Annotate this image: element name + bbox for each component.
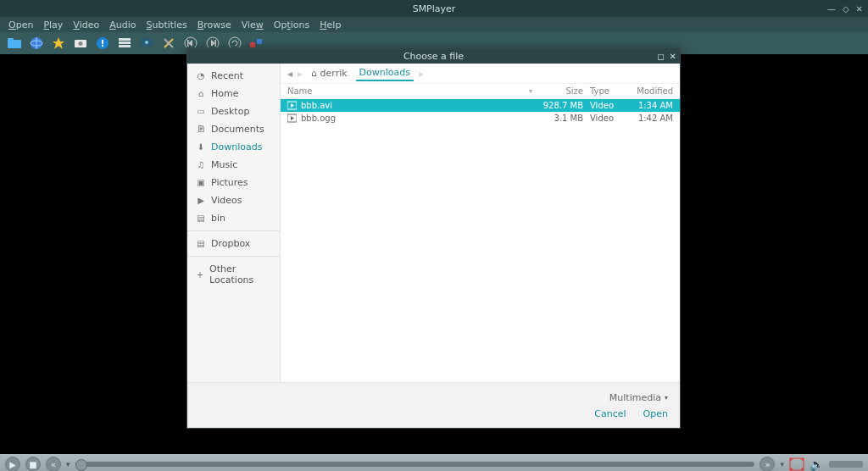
breadcrumb-more-icon[interactable]: ▸ <box>419 68 424 80</box>
svg-rect-12 <box>119 45 131 47</box>
home-icon: ⌂ <box>311 68 317 79</box>
svg-marker-5 <box>53 37 64 49</box>
menu-audio[interactable]: Audio <box>106 19 139 30</box>
window-minimize-icon[interactable]: — <box>827 4 836 14</box>
folder-icon: ♫ <box>196 160 206 170</box>
forward-chevron-icon[interactable]: ▾ <box>780 460 784 468</box>
menu-bar: OpenPlayVideoAudioSubtitlesBrowseViewOpt… <box>0 17 868 32</box>
open-file-icon[interactable] <box>7 36 22 51</box>
svg-rect-11 <box>119 42 131 44</box>
dialog-titlebar: Choose a file ◻ ✕ <box>187 48 680 64</box>
breadcrumb-current[interactable]: Downloads <box>356 65 414 81</box>
svg-rect-22 <box>215 40 217 47</box>
mute-icon[interactable]: 🔈 <box>810 457 824 471</box>
breadcrumb-forward-icon[interactable]: ▸ <box>298 68 303 80</box>
dialog-sidebar: ◔Recent⌂Home▭Desktop🖹Documents⬇Downloads… <box>187 64 281 382</box>
file-chooser-dialog: Choose a file ◻ ✕ ◔Recent⌂Home▭Desktop🖹D… <box>186 47 681 429</box>
breadcrumb-bar: ◂ ▸ ⌂ derrik Downloads ▸ <box>281 64 680 84</box>
dialog-close-icon[interactable]: ✕ <box>670 52 676 61</box>
folder-icon: ▭ <box>196 107 206 117</box>
breadcrumb-home[interactable]: ⌂ derrik <box>308 66 351 80</box>
window-title: SMPlayer <box>413 3 456 14</box>
menu-view[interactable]: View <box>238 19 267 30</box>
sidebar-item-downloads[interactable]: ⬇Downloads <box>187 138 280 156</box>
svg-text:!: ! <box>100 38 104 49</box>
favorites-star-icon[interactable] <box>51 36 66 51</box>
window-close-icon[interactable]: ✕ <box>856 4 863 14</box>
sidebar-item-music[interactable]: ♫Music <box>187 156 280 174</box>
sidebar-item-recent[interactable]: ◔Recent <box>187 67 280 85</box>
svg-point-7 <box>79 42 83 46</box>
sidebar-item-home[interactable]: ⌂Home <box>187 85 280 103</box>
svg-marker-30 <box>800 467 804 470</box>
svg-marker-18 <box>188 40 192 47</box>
folder-icon: ⬇ <box>196 142 206 152</box>
svg-marker-34 <box>291 116 294 120</box>
camera-icon[interactable] <box>73 36 88 51</box>
file-list-header: Name▾ Size Type Modified <box>281 84 680 99</box>
folder-icon: ▣ <box>196 178 206 188</box>
svg-rect-1 <box>8 38 14 42</box>
menu-open[interactable]: Open <box>5 19 36 30</box>
screen-icon[interactable] <box>139 36 154 51</box>
svg-point-14 <box>145 41 148 44</box>
sidebar-item-desktop[interactable]: ▭Desktop <box>187 103 280 120</box>
svg-marker-32 <box>291 103 294 108</box>
menu-browse[interactable]: Browse <box>194 19 235 30</box>
video-file-icon <box>287 114 297 123</box>
menu-subtitles[interactable]: Subtitles <box>142 19 190 30</box>
col-modified[interactable]: Modified <box>624 86 673 96</box>
window-maximize-icon[interactable]: ◇ <box>843 4 849 14</box>
file-row[interactable]: bbb.ogg3.1 MBVideo1:42 AM <box>281 112 680 125</box>
sidebar-item-bin[interactable]: ▤bin <box>187 209 280 227</box>
playback-bar: ▶ ■ « ▾ » ▾ 🔈 <box>0 454 868 471</box>
seek-slider[interactable] <box>75 462 755 467</box>
file-row[interactable]: bbb.avi928.7 MBVideo1:34 AM <box>281 99 680 112</box>
tools-icon[interactable] <box>161 36 176 51</box>
dialog-title-text: Choose a file <box>403 51 464 62</box>
svg-marker-21 <box>211 40 215 47</box>
sidebar-item-dropbox[interactable]: ▤Dropbox <box>187 235 280 252</box>
menu-play[interactable]: Play <box>40 19 66 30</box>
folder-icon: ⌂ <box>196 89 206 99</box>
breadcrumb-back-icon[interactable]: ◂ <box>287 68 292 80</box>
rewind-button[interactable]: « <box>46 457 61 471</box>
dialog-footer: Multimedia ▾ Cancel Open <box>187 382 680 428</box>
folder-icon: ◔ <box>196 71 206 81</box>
file-type-filter[interactable]: Multimedia ▾ <box>609 392 668 403</box>
sidebar-item-other-locations[interactable]: +Other Locations <box>187 260 280 289</box>
open-button[interactable]: Open <box>643 408 668 419</box>
fullscreen-icon[interactable] <box>789 457 804 471</box>
play-button[interactable]: ▶ <box>5 457 20 471</box>
rewind-chevron-icon[interactable]: ▾ <box>66 460 70 468</box>
globe-icon[interactable] <box>29 36 44 51</box>
svg-marker-27 <box>790 458 793 462</box>
col-size[interactable]: Size <box>532 86 583 96</box>
info-icon[interactable]: ! <box>95 36 110 51</box>
col-name[interactable]: Name▾ <box>287 86 532 96</box>
menu-options[interactable]: Options <box>270 19 313 30</box>
menu-help[interactable]: Help <box>316 19 344 30</box>
folder-icon: 🖹 <box>196 125 206 135</box>
col-type[interactable]: Type <box>583 86 624 96</box>
forward-button[interactable]: » <box>760 457 775 471</box>
svg-rect-26 <box>790 458 804 470</box>
stack-icon[interactable] <box>117 36 132 51</box>
svg-rect-25 <box>257 39 262 44</box>
volume-slider[interactable] <box>829 461 863 468</box>
menu-video[interactable]: Video <box>70 19 103 30</box>
sidebar-item-videos[interactable]: ▶Videos <box>187 191 280 209</box>
svg-marker-29 <box>790 467 793 470</box>
folder-icon: ▤ <box>196 213 206 224</box>
sidebar-item-documents[interactable]: 🖹Documents <box>187 120 280 138</box>
dialog-maximize-icon[interactable]: ◻ <box>657 52 664 61</box>
file-list: Name▾ Size Type Modified bbb.avi928.7 MB… <box>281 84 680 382</box>
folder-icon: ▤ <box>196 239 206 249</box>
folder-icon: ▶ <box>196 196 206 206</box>
video-file-icon <box>287 101 297 110</box>
chevron-down-icon: ▾ <box>665 394 668 402</box>
sidebar-item-pictures[interactable]: ▣Pictures <box>187 174 280 191</box>
svg-rect-19 <box>187 40 189 47</box>
cancel-button[interactable]: Cancel <box>594 408 626 419</box>
stop-button[interactable]: ■ <box>25 457 41 471</box>
